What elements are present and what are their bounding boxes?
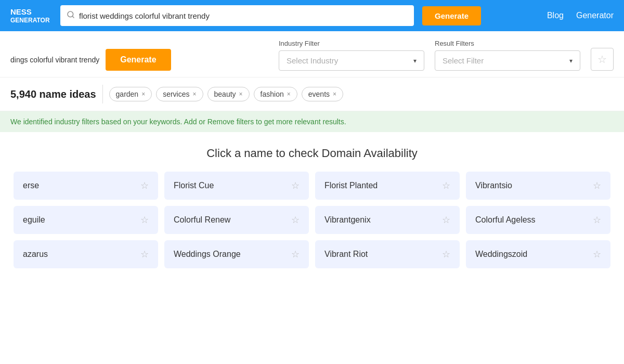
tag-label: fashion	[261, 90, 284, 98]
name-card[interactable]: eguile ☆	[14, 206, 158, 234]
generate-button-header[interactable]: Generate	[422, 6, 481, 25]
favorite-icon[interactable]: ☆	[442, 214, 450, 226]
tag-remove-icon[interactable]: ×	[141, 90, 145, 98]
logo-line1: NESS	[10, 7, 52, 17]
name-text: Weddings Orange	[174, 250, 241, 259]
tag-events[interactable]: events×	[302, 87, 343, 101]
tag-remove-icon[interactable]: ×	[239, 90, 243, 98]
nav-generator[interactable]: Generator	[576, 11, 614, 20]
divider	[102, 85, 103, 103]
name-card[interactable]: Colorful Ageless ☆	[466, 206, 610, 234]
search-generate-area: dings colorful vibrant trendy Generate	[10, 49, 268, 71]
header-search-bar	[60, 5, 414, 26]
favorite-icon[interactable]: ☆	[291, 249, 300, 260]
name-text: Vibrant Riot	[324, 250, 368, 259]
name-card[interactable]: Vibrant Riot ☆	[315, 240, 460, 268]
search-input[interactable]	[79, 11, 408, 20]
favorite-icon[interactable]: ☆	[291, 180, 300, 191]
name-text: Colorful Ageless	[475, 215, 536, 225]
save-button[interactable]: ☆	[591, 48, 614, 71]
name-text: erse	[23, 181, 39, 190]
info-banner: We identified industry filters based on …	[0, 111, 624, 132]
tag-label: services	[163, 90, 189, 98]
name-card[interactable]: Florist Planted ☆	[315, 172, 460, 200]
results-count: 5,940 name ideas	[10, 88, 96, 100]
chevron-down-icon-2: ▾	[569, 57, 573, 64]
tag-services[interactable]: services×	[156, 87, 203, 101]
results-bar: 5,940 name ideas garden×services×beauty×…	[0, 77, 624, 111]
tag-garden[interactable]: garden×	[109, 87, 152, 101]
logo: NESS GENERATOR	[10, 7, 52, 24]
filters-bar: dings colorful vibrant trendy Generate I…	[0, 31, 624, 77]
name-card[interactable]: azarus ☆	[14, 240, 158, 268]
tags-area: garden×services×beauty×fashion×events×	[109, 87, 343, 101]
generate-button-main[interactable]: Generate	[106, 49, 171, 71]
tag-label: events	[308, 90, 330, 98]
industry-filter-dropdown[interactable]: Select Industry ▾	[279, 50, 424, 71]
name-card[interactable]: Colorful Renew ☆	[164, 206, 309, 234]
favorite-icon[interactable]: ☆	[593, 214, 601, 226]
favorite-icon[interactable]: ☆	[291, 214, 300, 226]
name-text: Florist Cue	[174, 181, 214, 190]
chevron-down-icon: ▾	[413, 57, 417, 64]
favorite-icon[interactable]: ☆	[593, 249, 601, 260]
name-text: Colorful Renew	[174, 215, 230, 225]
favorite-icon[interactable]: ☆	[140, 214, 149, 226]
names-grid: erse ☆ Florist Cue ☆ Florist Planted ☆ V…	[0, 168, 624, 271]
search-icon	[67, 10, 75, 21]
domain-section: Click a name to check Domain Availabilit…	[0, 132, 624, 168]
name-text: azarus	[23, 250, 48, 259]
result-filter-value: Select Filter	[443, 56, 484, 65]
industry-filter-group: Industry Filter Select Industry ▾	[279, 40, 424, 71]
name-card[interactable]: Weddingszoid ☆	[466, 240, 610, 268]
tag-remove-icon[interactable]: ×	[333, 90, 336, 98]
header: NESS GENERATOR Generate Blog Generator	[0, 0, 624, 31]
industry-filter-label: Industry Filter	[279, 40, 424, 47]
favorite-icon[interactable]: ☆	[140, 249, 149, 260]
nav: Blog Generator	[547, 11, 614, 20]
result-filter-label: Result Filters	[435, 40, 580, 47]
favorite-icon[interactable]: ☆	[442, 180, 450, 191]
tag-remove-icon[interactable]: ×	[287, 90, 291, 98]
name-text: Florist Planted	[324, 181, 378, 190]
tag-label: beauty	[214, 90, 236, 98]
svg-line-1	[72, 16, 74, 18]
nav-blog[interactable]: Blog	[547, 11, 564, 20]
result-filter-group: Result Filters Select Filter ▾	[435, 40, 580, 71]
name-card[interactable]: Weddings Orange ☆	[164, 240, 309, 268]
favorite-icon[interactable]: ☆	[140, 180, 149, 191]
name-text: Weddingszoid	[475, 250, 527, 259]
tag-remove-icon[interactable]: ×	[193, 90, 197, 98]
logo-line2: GENERATOR	[10, 17, 52, 24]
tag-beauty[interactable]: beauty×	[207, 87, 250, 101]
name-text: Vibrantsio	[475, 181, 512, 190]
search-preview: dings colorful vibrant trendy	[10, 56, 99, 64]
name-text: Vibrantgenix	[324, 215, 371, 225]
tag-fashion[interactable]: fashion×	[254, 87, 297, 101]
favorite-icon[interactable]: ☆	[593, 180, 601, 191]
tag-label: garden	[116, 90, 139, 98]
favorite-icon[interactable]: ☆	[442, 249, 450, 260]
name-card[interactable]: Florist Cue ☆	[164, 172, 309, 200]
name-card[interactable]: Vibrantsio ☆	[466, 172, 610, 200]
result-filter-dropdown[interactable]: Select Filter ▾	[435, 50, 580, 71]
name-card[interactable]: Vibrantgenix ☆	[315, 206, 460, 234]
info-banner-text: We identified industry filters based on …	[10, 118, 346, 126]
domain-title: Click a name to check Domain Availabilit…	[10, 147, 614, 160]
star-icon: ☆	[597, 53, 607, 66]
industry-filter-value: Select Industry	[287, 56, 338, 65]
name-text: eguile	[23, 215, 45, 225]
name-card[interactable]: erse ☆	[14, 172, 158, 200]
